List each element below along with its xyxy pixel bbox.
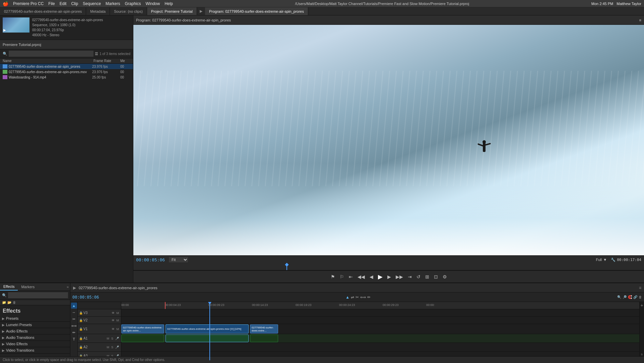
v2-mute-icon[interactable]: M: [116, 318, 120, 322]
step-forward-icon[interactable]: ▶▶: [394, 273, 404, 280]
effects-tab-markers[interactable]: Markers: [18, 283, 38, 290]
thumb-play-icon[interactable]: ▶: [3, 28, 6, 32]
go-to-in-icon[interactable]: ⇤: [347, 273, 354, 280]
play-button[interactable]: ▶: [377, 272, 384, 281]
monitor-timeline[interactable]: [133, 264, 644, 270]
v3-mute-icon[interactable]: M: [116, 311, 120, 315]
video-effects-header[interactable]: ▶ Video Effects: [0, 341, 70, 347]
menu-clip[interactable]: Clip: [71, 1, 78, 6]
v3-eye-icon[interactable]: 👁: [111, 311, 115, 315]
new-folder-icon[interactable]: 📂: [7, 301, 11, 304]
a2-m-btn[interactable]: M: [106, 345, 110, 349]
v1-mute-icon[interactable]: M: [116, 327, 120, 331]
effects-expand-icon[interactable]: »: [65, 283, 70, 290]
effects-search-input[interactable]: [8, 292, 68, 298]
v1-eye-icon[interactable]: 👁: [111, 327, 115, 331]
a1-clip-2[interactable]: [250, 334, 278, 342]
tab-overflow-arrow[interactable]: ▶: [197, 7, 205, 15]
a1-track[interactable]: [121, 334, 639, 343]
fit-select[interactable]: Fit 25% 50% 100%: [169, 257, 188, 262]
lumetri-header[interactable]: ▶ Lumetri Presets: [0, 322, 70, 328]
go-to-out-icon[interactable]: ⇥: [406, 273, 413, 280]
a1-clip-1[interactable]: [166, 334, 249, 342]
a2-track[interactable]: [121, 343, 639, 352]
v2-lock-icon[interactable]: 🔒: [79, 319, 83, 322]
project-item-2[interactable]: Wakeboarding - 914.mp4 25.00 fps 00: [0, 74, 133, 80]
delete-icon[interactable]: 🗑: [13, 301, 16, 304]
tl-tool-pen[interactable]: ✏: [367, 295, 371, 300]
audio-transitions-header[interactable]: ▶ Audio Transitions: [0, 334, 70, 341]
a2-mic-icon[interactable]: 🎤: [115, 345, 120, 349]
new-preset-icon[interactable]: 📁: [2, 301, 6, 304]
v1-clip-1[interactable]: 027799540-surfer-does-extreme-air-spin-p…: [166, 324, 249, 333]
v2-eye-icon[interactable]: 👁: [111, 318, 115, 322]
v3-lock-icon[interactable]: 🔒: [79, 311, 83, 315]
tl-link[interactable]: 🔗: [633, 295, 637, 299]
tool-select[interactable]: ▲: [71, 303, 77, 309]
settings-icon[interactable]: ⚙: [441, 273, 448, 280]
v2-track[interactable]: [121, 317, 639, 324]
tl-zoom-out[interactable]: 🔍: [617, 295, 621, 299]
step-back-icon[interactable]: ◀◀: [356, 273, 366, 280]
v1-lock-icon[interactable]: 🔒: [79, 327, 83, 331]
a1-mic-icon[interactable]: 🎤: [115, 336, 120, 341]
mark-out-icon[interactable]: ⚐: [338, 273, 345, 280]
menu-edit[interactable]: Edit: [60, 1, 67, 6]
tool-type[interactable]: T: [71, 336, 77, 342]
safe-margins-icon[interactable]: ⊞: [424, 273, 431, 280]
tab-project[interactable]: Project: Premiere Tutorial: [147, 7, 197, 15]
menu-sequence[interactable]: Sequence: [83, 1, 101, 6]
search-input[interactable]: [9, 51, 93, 57]
tl-tool-ripple[interactable]: ⇌: [351, 295, 354, 300]
tl-trash[interactable]: 🗑: [639, 295, 642, 299]
loop-icon[interactable]: ↺: [415, 273, 422, 280]
timeline-collapse-icon[interactable]: ▶: [73, 286, 76, 290]
tool-pen[interactable]: ✏: [71, 329, 77, 335]
presets-header[interactable]: ▶ Presets: [0, 315, 70, 321]
menu-graphics[interactable]: Graphics: [125, 1, 141, 6]
tool-move[interactable]: ↔: [71, 309, 77, 315]
effects-tab-effects[interactable]: Effects: [0, 283, 18, 291]
apple-icon[interactable]: 🍎: [3, 1, 8, 6]
tool-slip[interactable]: ⟺: [71, 323, 77, 329]
menu-window[interactable]: Window: [145, 1, 160, 6]
v3-track[interactable]: [121, 309, 639, 317]
v1-clip-2[interactable]: 027799540-surfer-does-extre...: [250, 324, 278, 333]
back-one-frame-icon[interactable]: ◀: [368, 273, 375, 280]
list-view-icon[interactable]: ☰: [95, 52, 98, 56]
app-name[interactable]: Premiere Pro CC: [13, 1, 44, 6]
a1-lock-icon[interactable]: 🔒: [79, 337, 83, 340]
project-item-0[interactable]: 027799540-surfer-does-extreme-air-spin_p…: [0, 64, 133, 69]
tl-tool-slip[interactable]: ⟺: [360, 295, 366, 300]
program-menu-icon[interactable]: ≡: [639, 18, 641, 22]
menu-help[interactable]: Help: [165, 1, 173, 6]
tl-search[interactable]: 🔎: [623, 295, 627, 299]
a1-s-btn[interactable]: S: [111, 336, 114, 341]
add-track-icon[interactable]: +: [640, 303, 643, 308]
tab-program[interactable]: Program: 027799540-surfer-does-extreme-a…: [205, 7, 308, 15]
forward-one-frame-icon[interactable]: ▶: [386, 273, 392, 280]
menu-markers[interactable]: Markers: [106, 1, 120, 6]
tl-tool-razor[interactable]: ✂: [356, 295, 359, 300]
quality-dropdown-icon[interactable]: ▼: [603, 258, 607, 262]
tl-tool-select[interactable]: ▲: [345, 295, 349, 300]
output-icon[interactable]: ⊡: [433, 273, 439, 280]
tab-source[interactable]: Source: (no clips): [110, 7, 147, 15]
timeline-scroll-right[interactable]: S: [641, 353, 643, 356]
tab-air-spin[interactable]: 027799540-surfer-does-extreme-air-spin-p…: [0, 7, 86, 15]
video-transitions-header[interactable]: ▶ Video Transitions: [0, 347, 70, 353]
menu-file[interactable]: File: [48, 1, 55, 6]
mark-in-icon[interactable]: ⚑: [329, 273, 336, 280]
project-item-1[interactable]: 027799540-surfer-does-extreme-air-spin-p…: [0, 69, 133, 74]
tab-metadata[interactable]: Metadata: [86, 7, 110, 15]
a1-clip-0[interactable]: [121, 334, 164, 342]
tl-snap[interactable]: 🧲: [628, 295, 632, 299]
timeline-ruler[interactable]: 00:00 00:00:04:23 00:00:09:23 00:00:14:2…: [121, 302, 639, 309]
audio-effects-header[interactable]: ▶ Audio Effects: [0, 328, 70, 334]
timeline-menu-icon[interactable]: ≡: [639, 286, 641, 290]
v1-track[interactable]: 027799540-surfer-does-extreme-air-spin-e…: [121, 324, 639, 334]
v1-clip-0[interactable]: 027799540-surfer-does-extreme-air-spin-e…: [121, 324, 164, 333]
a2-s-btn[interactable]: S: [111, 345, 114, 349]
wrench-icon[interactable]: 🔧: [611, 258, 616, 262]
a1-m-btn[interactable]: M: [106, 336, 110, 341]
